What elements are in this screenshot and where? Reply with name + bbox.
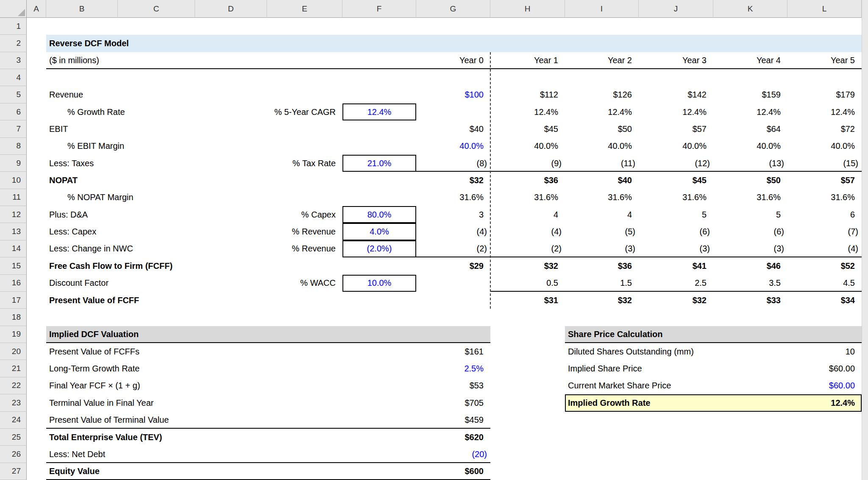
cell-L17[interactable]: $34 [787, 292, 862, 309]
cell-B11[interactable]: % NOPAT Margin [46, 189, 195, 206]
cell-G10[interactable]: $32 [416, 172, 490, 189]
column-header-H[interactable]: H [490, 0, 565, 18]
cell-L13[interactable]: (7) [787, 223, 862, 240]
cell-G22[interactable]: $53 [416, 377, 490, 394]
cell-J16[interactable]: 2.5 [639, 275, 713, 292]
cell-L6[interactable]: 12.4% [787, 103, 862, 120]
column-header-F[interactable]: F [342, 0, 416, 18]
cell-D9[interactable]: % Tax Rate [195, 155, 342, 172]
cell-G7[interactable]: $40 [416, 120, 490, 137]
cell-H14[interactable]: (2) [490, 240, 565, 257]
cell-J11[interactable]: 31.6% [639, 189, 713, 206]
cell-D12[interactable]: % Capex [195, 206, 342, 223]
select-all-button[interactable] [0, 0, 27, 18]
input-wacc[interactable]: 10.0% [342, 275, 416, 292]
cell-G24[interactable]: $459 [416, 412, 490, 429]
cell-L9[interactable]: (15) [787, 155, 862, 172]
column-header-C[interactable]: C [118, 0, 195, 18]
input-5yr-cagr[interactable]: 12.4% [342, 103, 416, 120]
cell-G12[interactable]: 3 [416, 206, 490, 223]
cell-L15[interactable]: $52 [787, 257, 862, 274]
cell-G20[interactable]: $161 [416, 343, 490, 360]
cell-G21[interactable]: 2.5% [416, 360, 490, 377]
cell-I12[interactable]: 4 [565, 206, 639, 223]
cell-I21[interactable]: Implied Share Price [565, 360, 787, 377]
col-header-year-1[interactable]: Year 1 [490, 52, 565, 69]
cell-G13[interactable]: (4) [416, 223, 490, 240]
cell-B9[interactable]: Less: Taxes [46, 155, 195, 172]
cell-G25[interactable]: $620 [416, 429, 490, 446]
cell-K12[interactable]: 5 [713, 206, 787, 223]
cell-J13[interactable]: (6) [639, 223, 713, 240]
cell-H13[interactable]: (4) [490, 223, 565, 240]
cell-G8[interactable]: 40.0% [416, 138, 490, 155]
column-header-K[interactable]: K [713, 0, 787, 18]
cell-G14[interactable]: (2) [416, 240, 490, 257]
cell-H5[interactable]: $112 [490, 86, 565, 103]
cell-H12[interactable]: 4 [490, 206, 565, 223]
row-header-20[interactable]: 20 [0, 343, 27, 360]
cell-J17[interactable]: $32 [639, 292, 713, 309]
cell-I14[interactable]: (3) [565, 240, 639, 257]
column-header-J[interactable]: J [639, 0, 713, 18]
row-header-26[interactable]: 26 [0, 446, 27, 463]
cell-D14[interactable]: % Revenue [195, 240, 342, 257]
column-header-E[interactable]: E [267, 0, 342, 18]
cell-B6[interactable]: % Growth Rate [46, 103, 195, 120]
cell-B20[interactable]: Present Value of FCFFs [46, 343, 342, 360]
row-header-27[interactable]: 27 [0, 463, 27, 480]
row-header-14[interactable]: 14 [0, 240, 27, 257]
cell-H10[interactable]: $36 [490, 172, 565, 189]
cell-L10[interactable]: $57 [787, 172, 862, 189]
cell-B13[interactable]: Less: Capex [46, 223, 195, 240]
column-header-B[interactable]: B [46, 0, 118, 18]
cell-I17[interactable]: $32 [565, 292, 639, 309]
cell-K17[interactable]: $33 [713, 292, 787, 309]
row-header-19[interactable]: 19 [0, 326, 27, 343]
cell-I15[interactable]: $36 [565, 257, 639, 274]
cell-J12[interactable]: 5 [639, 206, 713, 223]
cell-J5[interactable]: $142 [639, 86, 713, 103]
tev-label[interactable]: Total Enterprise Value (TEV) [46, 429, 342, 446]
row-header-4[interactable]: 4 [0, 69, 27, 86]
cell-I5[interactable]: $126 [565, 86, 639, 103]
cell-B22[interactable]: Final Year FCF × (1 + g) [46, 377, 342, 394]
cell-K6[interactable]: 12.4% [713, 103, 787, 120]
cell-B24[interactable]: Present Value of Terminal Value [46, 412, 342, 429]
cell-J9[interactable]: (12) [639, 155, 713, 172]
pv-fcff-label[interactable]: Present Value of FCFF [46, 292, 342, 309]
cell-K11[interactable]: 31.6% [713, 189, 787, 206]
cell-G26[interactable]: (20) [416, 446, 490, 463]
cell-L8[interactable]: 40.0% [787, 138, 862, 155]
cell-H11[interactable]: 31.6% [490, 189, 565, 206]
cell-B14[interactable]: Less: Change in NWC [46, 240, 195, 257]
cell-B12[interactable]: Plus: D&A [46, 206, 195, 223]
cell-K10[interactable]: $50 [713, 172, 787, 189]
cell-J14[interactable]: (3) [639, 240, 713, 257]
cell-L21[interactable]: $60.00 [787, 360, 862, 377]
ebit-label[interactable]: EBIT [46, 120, 195, 137]
cell-D6[interactable]: % 5-Year CAGR [195, 103, 342, 120]
cell-H15[interactable]: $32 [490, 257, 565, 274]
column-header-A[interactable]: A [27, 0, 46, 18]
cell-L12[interactable]: 6 [787, 206, 862, 223]
cell-I13[interactable]: (5) [565, 223, 639, 240]
cell-G23[interactable]: $705 [416, 394, 490, 411]
cell-B23[interactable]: Terminal Value in Final Year [46, 394, 342, 411]
cell-L14[interactable]: (4) [787, 240, 862, 257]
column-header-L[interactable]: L [787, 0, 862, 18]
implied-growth-rate-label[interactable]: Implied Growth Rate [565, 394, 787, 411]
column-header-I[interactable]: I [565, 0, 639, 18]
cell-K15[interactable]: $46 [713, 257, 787, 274]
row-header-16[interactable]: 16 [0, 275, 27, 292]
row-header-13[interactable]: 13 [0, 223, 27, 240]
row-header-15[interactable]: 15 [0, 257, 27, 274]
cell-I16[interactable]: 1.5 [565, 275, 639, 292]
row-header-10[interactable]: 10 [0, 172, 27, 189]
row-header-25[interactable]: 25 [0, 429, 27, 446]
col-header-year-2[interactable]: Year 2 [565, 52, 639, 69]
cell-L20[interactable]: 10 [787, 343, 862, 360]
row-header-18[interactable]: 18 [0, 309, 27, 326]
cell-G27[interactable]: $600 [416, 463, 490, 480]
cell-H9[interactable]: (9) [490, 155, 565, 172]
